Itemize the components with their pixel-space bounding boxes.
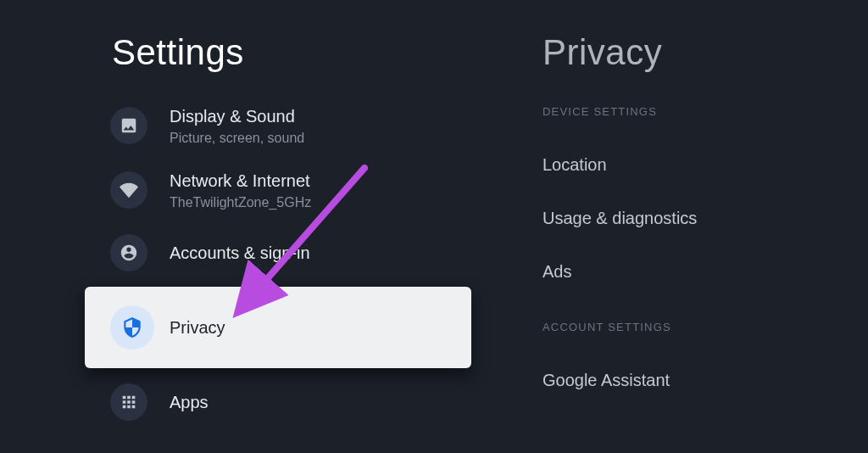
item-label: Privacy bbox=[170, 316, 225, 338]
item-label: Network & Internet bbox=[170, 170, 311, 192]
detail-panel: Privacy DEVICE SETTINGS Location Usage &… bbox=[542, 0, 868, 453]
sub-item-ads[interactable]: Ads bbox=[542, 245, 868, 299]
sub-item-google-assistant[interactable]: Google Assistant bbox=[542, 354, 868, 407]
item-sub: Picture, screen, sound bbox=[170, 131, 304, 146]
shield-icon bbox=[110, 305, 154, 350]
item-sub: TheTwilightZone_5GHz bbox=[170, 195, 311, 210]
page-title: Settings bbox=[112, 32, 542, 73]
sub-item-location[interactable]: Location bbox=[542, 138, 868, 192]
settings-item-accounts[interactable]: Accounts & sign-in bbox=[0, 222, 542, 283]
section-header: DEVICE SETTINGS bbox=[542, 105, 868, 118]
account-icon bbox=[110, 234, 147, 271]
item-label: Apps bbox=[170, 391, 209, 413]
section-header: ACCOUNT SETTINGS bbox=[542, 321, 868, 333]
apps-icon bbox=[110, 383, 147, 421]
settings-item-network[interactable]: Network & Internet TheTwilightZone_5GHz bbox=[0, 158, 542, 222]
sub-section-device: DEVICE SETTINGS Location Usage & diagnos… bbox=[542, 105, 868, 299]
sub-item-usage-diagnostics[interactable]: Usage & diagnostics bbox=[542, 192, 868, 245]
sub-section-account: ACCOUNT SETTINGS Google Assistant bbox=[542, 321, 868, 407]
settings-item-apps[interactable]: Apps bbox=[0, 372, 542, 433]
item-label: Display & Sound bbox=[170, 105, 304, 127]
image-icon bbox=[110, 107, 147, 144]
settings-item-display-sound[interactable]: Display & Sound Picture, screen, sound bbox=[0, 93, 542, 158]
settings-panel: Settings Display & Sound Picture, screen… bbox=[0, 0, 542, 453]
wifi-icon bbox=[110, 171, 147, 209]
settings-item-privacy[interactable]: Privacy bbox=[85, 287, 471, 368]
detail-title: Privacy bbox=[542, 32, 868, 73]
item-label: Accounts & sign-in bbox=[170, 242, 310, 264]
settings-list: Display & Sound Picture, screen, sound N… bbox=[0, 93, 542, 433]
